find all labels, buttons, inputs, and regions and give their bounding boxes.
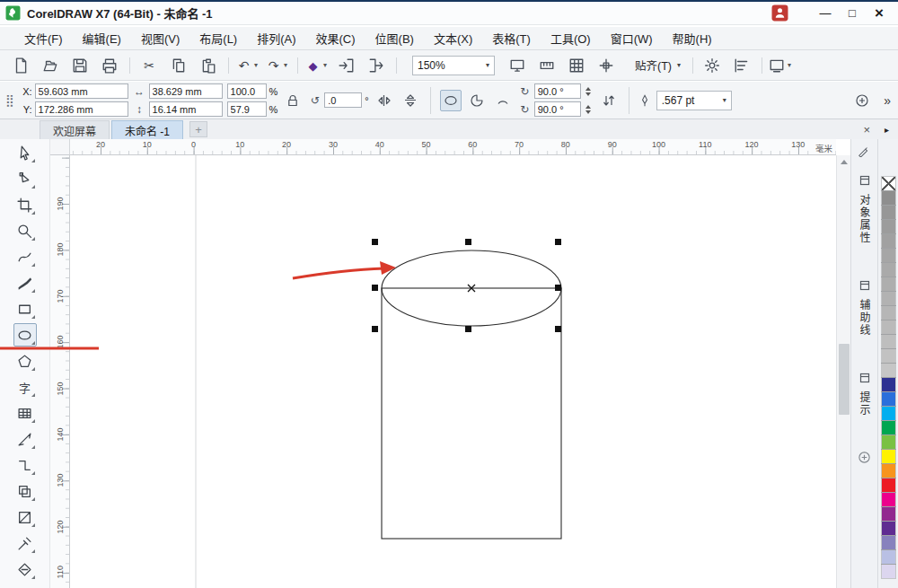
color-swatch[interactable] [882, 335, 895, 348]
paste-icon[interactable] [195, 54, 222, 77]
menu-item[interactable]: 位图(B) [365, 27, 424, 49]
color-swatch[interactable] [882, 263, 895, 276]
scroll-up-icon[interactable] [837, 155, 850, 169]
vertical-scrollbar[interactable] [836, 155, 850, 588]
show-rulers-icon[interactable] [533, 54, 560, 77]
menu-item[interactable]: 效果(C) [306, 27, 365, 49]
options-gear-icon[interactable] [699, 54, 726, 77]
scrollbar-thumb[interactable] [839, 344, 850, 415]
color-swatch[interactable] [882, 536, 895, 549]
text-tool[interactable]: 字 [13, 375, 37, 399]
menu-item[interactable]: 编辑(E) [73, 27, 131, 49]
color-swatch[interactable] [882, 349, 895, 363]
parallel-dimension-tool[interactable] [13, 427, 37, 451]
open-icon[interactable] [37, 54, 64, 77]
color-swatch[interactable] [882, 450, 895, 463]
align-distribute-icon[interactable] [728, 54, 755, 77]
close-document-icon[interactable]: × [863, 124, 870, 136]
pick-tool[interactable] [13, 141, 37, 164]
quick-customize-button[interactable] [858, 451, 871, 468]
color-swatch[interactable] [882, 435, 895, 449]
color-swatch[interactable] [882, 191, 895, 205]
selection-handle[interactable] [372, 285, 378, 291]
vertical-ruler[interactable]: 190180170160150140130120110 [50, 155, 70, 588]
color-swatch[interactable] [882, 421, 895, 434]
color-swatch[interactable] [882, 364, 895, 377]
menu-item[interactable]: 帮助(H) [663, 27, 722, 49]
spinner[interactable] [584, 105, 594, 114]
drop-shadow-tool[interactable] [13, 479, 37, 503]
show-grid-icon[interactable] [563, 54, 590, 77]
full-screen-preview-icon[interactable] [504, 54, 531, 77]
ruler-origin[interactable] [50, 139, 70, 155]
no-color-swatch[interactable] [882, 177, 895, 190]
object-x-input[interactable] [35, 83, 128, 99]
color-eyedropper-tool[interactable] [13, 531, 37, 555]
color-swatch[interactable] [882, 565, 895, 578]
color-swatch[interactable] [882, 249, 895, 262]
docker-tab[interactable]: 辅助线 [857, 273, 872, 342]
interactive-fill-tool[interactable] [13, 557, 37, 581]
export-icon[interactable] [363, 54, 390, 77]
color-swatch[interactable] [882, 306, 895, 320]
selection-handle[interactable] [372, 326, 378, 332]
scale-y-input[interactable] [227, 101, 267, 117]
redo-icon[interactable]: ↷ ▾ [264, 54, 291, 77]
docker-tab[interactable]: 对象属性 [857, 168, 872, 250]
color-swatch[interactable] [882, 407, 895, 420]
menu-item[interactable]: 工具(O) [541, 27, 601, 49]
end-angle-input[interactable] [534, 101, 581, 117]
rotation-angle-input[interactable] [324, 92, 362, 108]
copy-icon[interactable] [165, 54, 192, 77]
color-swatch[interactable] [882, 206, 895, 219]
menu-item[interactable]: 布局(L) [189, 27, 247, 49]
object-y-input[interactable] [35, 101, 128, 117]
spinner[interactable] [584, 87, 594, 96]
user-account-icon[interactable] [771, 4, 788, 22]
arc-mode-button[interactable] [492, 90, 514, 111]
zoom-level-select[interactable]: 150% ▾ [412, 56, 495, 75]
welcome-screen-toggle-icon[interactable]: ▾ [768, 54, 795, 77]
drawing-canvas[interactable] [70, 155, 836, 588]
menu-item[interactable]: 窗口(W) [601, 27, 663, 49]
selection-handle[interactable] [465, 239, 471, 245]
lock-ratio-button[interactable] [282, 90, 304, 111]
separator[interactable] [126, 54, 133, 77]
menu-item[interactable]: 视图(V) [131, 27, 189, 49]
snap-to-icon[interactable] [593, 54, 620, 77]
selection-handle[interactable] [555, 285, 561, 291]
save-icon[interactable] [66, 54, 93, 77]
selection-handle[interactable] [465, 326, 471, 332]
document-tab[interactable]: 未命名 -1 [111, 120, 183, 139]
start-angle-input[interactable] [534, 83, 581, 99]
freehand-tool[interactable] [13, 245, 37, 268]
zoom-tool[interactable] [13, 219, 37, 242]
import-icon[interactable] [333, 54, 360, 77]
color-swatch[interactable] [882, 220, 895, 233]
separator[interactable] [224, 54, 232, 77]
horizontal-ruler[interactable]: 20100102030405060708090100110120130 毫米 [70, 139, 836, 155]
docker-flyout-icon[interactable]: ▸ [885, 126, 889, 135]
ellipse-mode-button[interactable] [440, 90, 462, 111]
document-tab[interactable]: 欢迎屏幕 [40, 120, 110, 139]
application-launcher-icon[interactable]: ◆ ▾ [304, 54, 330, 77]
selection-handle[interactable] [555, 326, 561, 332]
rectangle-tool[interactable] [13, 297, 37, 320]
color-swatch[interactable] [882, 277, 895, 291]
color-swatch[interactable] [882, 493, 895, 506]
scale-x-input[interactable] [227, 83, 267, 99]
pie-mode-button[interactable] [466, 90, 488, 111]
mirror-vertical-button[interactable] [400, 90, 421, 111]
separator[interactable] [294, 54, 301, 77]
color-swatch[interactable] [882, 392, 895, 406]
selection-handle[interactable] [372, 239, 378, 245]
color-swatch[interactable] [882, 464, 895, 478]
crop-tool[interactable] [13, 193, 37, 216]
print-icon[interactable] [96, 54, 123, 77]
new-document-icon[interactable] [7, 54, 34, 77]
minimize-button[interactable]: — [812, 4, 839, 23]
quick-customize-button[interactable] [851, 90, 873, 111]
menu-item[interactable]: 文件(F) [14, 27, 73, 49]
color-swatch[interactable] [882, 522, 895, 535]
artistic-media-tool[interactable] [13, 271, 37, 294]
